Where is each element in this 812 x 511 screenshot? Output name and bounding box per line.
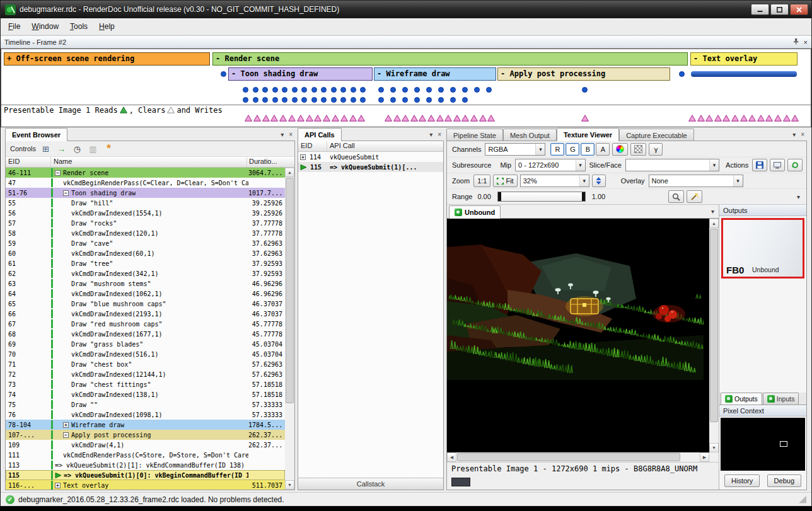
timeline-bar[interactable]: - Apply post processing [497, 67, 670, 81]
scroll-down-icon[interactable]: ▼ [709, 443, 719, 452]
stats-icon[interactable]: ▥ [87, 143, 99, 155]
draw-call-dot[interactable] [272, 97, 278, 103]
event-row[interactable]: 74vkCmdDrawIndexed(138,1)57.18518 [6, 389, 285, 399]
event-row[interactable]: 47vkCmdBeginRenderPass(C=Clear, D=Clear,… [6, 178, 285, 188]
panel-menu-icon[interactable]: ▾ [278, 131, 286, 138]
tab-capture-executable[interactable]: Capture Executable [619, 129, 694, 141]
draw-call-dot[interactable] [292, 87, 298, 93]
scrollbar-thumb[interactable] [710, 229, 718, 422]
draw-call-dot[interactable] [426, 97, 432, 103]
tab-mesh-output[interactable]: Mesh Output [503, 129, 557, 141]
write-marker-icon[interactable] [581, 112, 589, 119]
draw-call-dot[interactable] [331, 97, 337, 103]
write-marker-icon[interactable] [323, 112, 330, 119]
write-marker-icon[interactable] [479, 112, 487, 119]
draw-call-dot[interactable] [331, 87, 337, 93]
draw-call-dot[interactable] [360, 97, 366, 103]
history-button[interactable]: History [724, 474, 760, 487]
texture-image[interactable] [447, 241, 704, 380]
event-row[interactable]: 71Draw "chest box"57.62963 [6, 359, 285, 369]
zoom-select[interactable]: 32%▾ [520, 175, 589, 187]
draw-call-dot[interactable] [450, 97, 456, 103]
write-marker-icon[interactable] [436, 112, 444, 119]
collapse-icon[interactable]: − [63, 432, 69, 438]
timeline-bar[interactable]: - Toon shading draw [228, 67, 373, 81]
write-marker-icon[interactable] [270, 112, 278, 119]
api-table-header[interactable]: EID API Call [298, 141, 443, 152]
draw-call-dot[interactable] [243, 87, 248, 93]
draw-call-dot[interactable] [221, 71, 226, 77]
timeline-bar[interactable]: - Wireframe draw [374, 67, 496, 81]
write-marker-icon[interactable] [349, 112, 357, 119]
draw-call-dot[interactable] [253, 97, 258, 103]
write-marker-icon[interactable] [714, 112, 722, 119]
draw-call-dot[interactable] [378, 87, 384, 93]
draw-call-dot[interactable] [390, 97, 396, 103]
texture-tab-list-icon[interactable]: ▾ [709, 208, 717, 215]
autofit-range-button[interactable] [687, 190, 702, 203]
color-wheel-button[interactable] [612, 143, 628, 156]
event-row[interactable]: 63Draw "mushroom stems"46.96296 [6, 278, 285, 289]
draw-call-dot[interactable] [390, 87, 396, 93]
write-marker-icon[interactable] [410, 112, 418, 119]
write-marker-icon[interactable] [487, 112, 495, 119]
draw-call-dot[interactable] [292, 97, 298, 103]
panel-close-icon[interactable]: × [286, 131, 295, 138]
gamma-button[interactable]: γ [649, 143, 663, 156]
write-marker-icon[interactable] [427, 112, 435, 119]
texture-display[interactable] [447, 219, 709, 452]
draw-call-dot[interactable] [414, 87, 420, 93]
draw-call-dot[interactable] [582, 87, 588, 93]
clock-icon[interactable]: ◷ [71, 143, 83, 155]
menu-item-help[interactable]: Help [93, 19, 120, 34]
draw-call-dot[interactable] [340, 97, 346, 103]
texture-tab-unbound[interactable]: Unbound [449, 205, 501, 219]
event-row[interactable]: 109vkCmdDraw(4,1)262.37... [6, 440, 285, 450]
write-marker-icon[interactable] [697, 112, 705, 119]
event-row[interactable]: 56vkCmdDrawIndexed(1554,1)39.25926 [6, 208, 285, 218]
draw-call-strip[interactable] [691, 71, 797, 77]
event-row[interactable]: 111vkCmdEndRenderPass(C=Store, D=Store, … [6, 450, 285, 460]
event-row[interactable]: 59Draw "cave"37.62963 [6, 238, 285, 248]
refresh-button[interactable] [787, 159, 803, 171]
timeline-panel-header[interactable]: Timeline - Frame #2 × [1, 35, 811, 49]
tab-api-calls[interactable]: API Calls [298, 128, 342, 141]
draw-call-dot[interactable] [360, 87, 366, 93]
expand-icon[interactable]: + [300, 154, 306, 160]
collapse-icon[interactable]: − [55, 170, 61, 176]
event-table-header[interactable]: EID Name Duratio... [6, 157, 294, 168]
draw-call-dot[interactable] [402, 87, 408, 93]
tab-texture-viewer[interactable]: Texture Viewer [557, 128, 619, 141]
write-marker-icon[interactable] [461, 112, 469, 119]
event-row[interactable]: 68vkCmdDrawIndexed(1677,1)45.77778 [6, 329, 285, 339]
draw-call-dot[interactable] [402, 97, 408, 103]
menu-item-tools[interactable]: Tools [64, 19, 93, 34]
draw-call-dot[interactable] [462, 87, 468, 93]
write-marker-icon[interactable] [306, 112, 313, 119]
zoom-range-button[interactable] [668, 190, 684, 203]
column-eid[interactable]: EID [6, 157, 51, 167]
write-marker-icon[interactable] [340, 112, 348, 119]
event-row[interactable]: 69Draw "grass blades"45.03704 [6, 339, 285, 349]
scrollbar-thumb[interactable] [457, 453, 680, 461]
write-marker-icon[interactable] [288, 112, 296, 119]
write-marker-icon[interactable] [748, 112, 756, 119]
write-marker-icon[interactable] [791, 112, 799, 119]
column-api-call[interactable]: API Call [327, 141, 443, 151]
menu-item-file[interactable]: File [3, 19, 26, 34]
event-row[interactable]: 60vkCmdDrawIndexed(60,1)37.62963 [6, 248, 285, 258]
draw-call-dot[interactable] [438, 87, 444, 93]
draw-call-dot[interactable] [679, 71, 685, 77]
write-marker-icon[interactable] [253, 112, 261, 119]
event-browser-scrollbar[interactable]: ▲ ▼ [285, 168, 294, 490]
write-marker-icon[interactable] [314, 112, 322, 119]
panel-close-icon[interactable]: × [435, 131, 444, 138]
pixel-context-view[interactable] [721, 418, 805, 471]
browse-icon[interactable]: ⊞ [40, 143, 52, 155]
draw-call-dot[interactable] [378, 97, 384, 103]
scroll-up-icon[interactable]: ▲ [709, 219, 719, 228]
minimize-button[interactable] [751, 4, 769, 15]
write-marker-icon[interactable] [402, 112, 409, 119]
event-row[interactable]: 51-76−Toon shading draw1017.7... [6, 188, 285, 198]
event-row[interactable]: 46-111−Render scene3064.7... [6, 168, 285, 178]
